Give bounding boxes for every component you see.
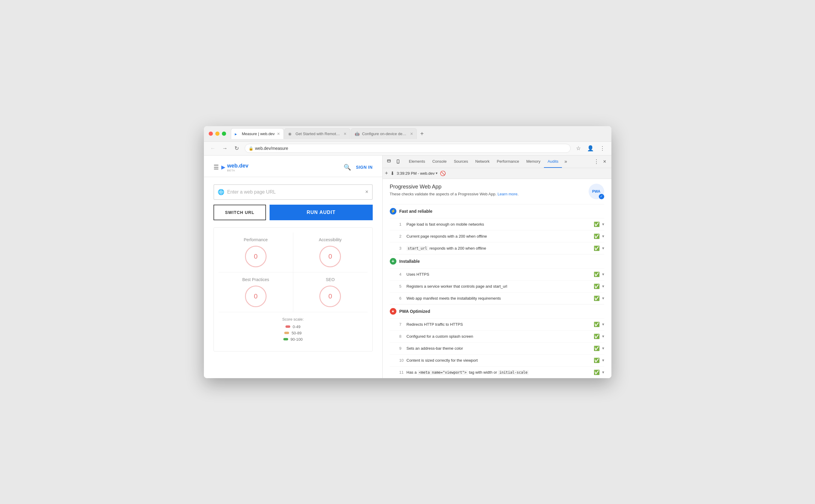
tab-performance[interactable]: Performance [493,156,523,168]
address-input[interactable]: 🔒 web.dev/measure [245,144,571,153]
best-practices-circle: 0 [245,286,266,307]
accessibility-label: Accessibility [319,237,341,242]
audit-expand-5[interactable]: ▾ [602,284,604,289]
best-practices-value: 0 [254,292,257,300]
url-input-row[interactable]: 🌐 Enter a web page URL × [213,184,373,200]
pwa-header-left: Progressive Web App These checks validat… [390,184,519,196]
audit-check-icon-10: ✅ [594,357,600,363]
audit-expand-4[interactable]: ▾ [602,272,604,277]
audit-expand-1[interactable]: ▾ [602,222,604,227]
tab-close-1[interactable]: × [277,132,280,136]
audit-url-badge[interactable]: 3:39:29 PM - web.dev ▾ [397,171,438,176]
new-tab-button[interactable]: + [418,129,427,138]
audit-check-icon-7: ✅ [594,322,600,327]
tab-close-3[interactable]: × [410,132,413,136]
clear-input-icon[interactable]: × [365,189,368,195]
tab-memory[interactable]: Memory [523,156,544,168]
webpage-panel: ☰ ▸ web.dev BETA 🔍 SIGN IN 🌐 Enter a web… [204,156,382,378]
svg-rect-0 [387,160,390,162]
more-tabs-button[interactable]: » [562,159,570,164]
measure-content: 🌐 Enter a web page URL × SWITCH URL RUN … [204,184,382,351]
audit-expand-6[interactable]: ▾ [602,296,604,301]
scale-item-yellow: 50-89 [284,331,301,335]
audit-num-4: 4 [399,272,406,277]
tab-remote-debug[interactable]: ◉ Get Started with Remote Debu... × [284,128,350,139]
devtools-content: Progressive Web App These checks validat… [382,179,611,378]
reload-button[interactable]: ↻ [233,144,241,153]
audit-item-7: 7 Redirects HTTP traffic to HTTPS ✅ ▾ [390,318,604,330]
logo-beta: BETA [227,169,248,172]
scores-horizontal-divider-2 [219,312,367,312]
performance-circle: 0 [245,246,266,267]
audit-expand-8[interactable]: ▾ [602,334,604,339]
run-audit-button[interactable]: RUN AUDIT [269,205,372,220]
fast-reliable-icon: ⚡ [390,208,396,215]
audit-text-7: Redirects HTTP traffic to HTTPS [406,322,594,327]
audit-num-10: 10 [399,358,406,363]
pwa-title: Progressive Web App [390,184,519,190]
seo-label: SEO [326,277,334,282]
audit-text-9: Sets an address-bar theme color [406,346,594,351]
inspect-element-icon[interactable] [385,157,393,166]
block-requests-icon[interactable]: 🚫 [440,170,446,176]
scale-item-red: 0-49 [285,325,300,329]
devtools-menu-button[interactable]: ⋮ [592,157,601,166]
audit-text-3: start_url responds with a 200 when offli… [406,246,594,251]
tab-audits[interactable]: Audits [544,156,562,168]
maximize-traffic-light[interactable] [222,132,226,136]
add-audit-icon[interactable]: + [385,170,388,176]
audit-num-11: 11 [399,370,406,375]
header-right: 🔍 SIGN IN [343,164,373,171]
audit-num-8: 8 [399,334,406,339]
performance-score: Performance 0 [219,233,293,272]
scale-item-green: 90-100 [283,337,302,342]
audit-expand-10[interactable]: ▾ [602,358,604,363]
tab-configure-device[interactable]: 🤖 Configure on-device develope... × [351,128,417,139]
pwa-optimized-section-header: ★ PWA Optimized [390,304,604,318]
best-practices-label: Best Practices [242,277,269,282]
audit-item-1: 1 Page load is fast enough on mobile net… [390,218,604,230]
forward-button[interactable]: → [221,144,229,153]
address-bar: ← → ↻ 🔒 web.dev/measure ☆ 👤 ⋮ [204,142,611,156]
installable-icon: + [390,258,396,265]
audit-num-3: 3 [399,246,406,251]
audit-expand-7[interactable]: ▾ [602,322,604,327]
tab-elements[interactable]: Elements [405,156,429,168]
audit-url-label: 3:39:29 PM - web.dev [397,171,435,176]
audit-expand-9[interactable]: ▾ [602,346,604,351]
audit-check-icon-11: ✅ [594,369,600,375]
audit-expand-11[interactable]: ▾ [602,370,604,375]
chrome-menu-button[interactable]: ⋮ [598,144,607,153]
tab-sources[interactable]: Sources [450,156,472,168]
audit-expand-2[interactable]: ▾ [602,234,604,239]
audit-text-4: Uses HTTPS [406,272,594,277]
close-traffic-light[interactable] [209,132,213,136]
tab-close-2[interactable]: × [343,132,346,136]
audit-check-icon-8: ✅ [594,334,600,339]
back-button[interactable]: ← [209,144,217,153]
tab-console[interactable]: Console [429,156,451,168]
signin-button[interactable]: SIGN IN [356,165,373,170]
minimize-traffic-light[interactable] [215,132,219,136]
audit-num-7: 7 [399,322,406,327]
tab-favicon-1: ▸ [235,132,239,136]
tab-network[interactable]: Network [472,156,493,168]
audit-num-2: 2 [399,234,406,239]
tab-measure[interactable]: ▸ Measure | web.dev × [231,128,284,139]
devtools-close-button[interactable]: × [601,157,609,166]
devtools-icons [385,157,403,166]
scale-title: Score scale: [282,317,304,322]
device-toolbar-icon[interactable] [394,157,403,166]
scale-range-yellow: 50-89 [291,331,301,335]
profile-button[interactable]: 👤 [586,144,595,153]
switch-url-button[interactable]: SWITCH URL [213,205,266,220]
pwa-learn-more-link[interactable]: Learn more [498,192,517,196]
pwa-optimized-title: PWA Optimized [399,309,430,314]
browser-window: ▸ Measure | web.dev × ◉ Get Started with… [204,126,611,378]
audit-expand-3[interactable]: ▾ [602,246,604,251]
hamburger-menu-icon[interactable]: ☰ [213,164,219,171]
audit-text-10: Content is sized correctly for the viewp… [406,358,594,363]
search-icon[interactable]: 🔍 [343,164,351,171]
download-audit-icon[interactable]: ⬇ [390,170,394,176]
bookmark-button[interactable]: ☆ [574,144,583,153]
